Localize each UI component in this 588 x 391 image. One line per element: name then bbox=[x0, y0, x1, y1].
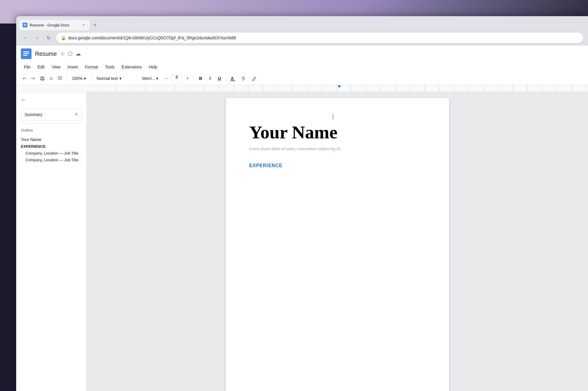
style-value: Normal text bbox=[97, 76, 118, 81]
separator-3 bbox=[137, 75, 137, 82]
active-tab[interactable]: Resume - Google Docs × bbox=[19, 20, 90, 30]
summary-add-button[interactable]: + bbox=[75, 111, 78, 118]
font-selector[interactable]: Merri... ▾ bbox=[140, 75, 161, 82]
svg-rect-10 bbox=[41, 79, 44, 80]
gdocs-title-bar: Resume ☆ ⬡ ☁ bbox=[16, 46, 588, 62]
doc-title[interactable]: Resume bbox=[35, 51, 57, 57]
menu-format[interactable]: Format bbox=[82, 63, 101, 71]
bold-button[interactable]: B bbox=[196, 74, 205, 83]
outline-label: Outline bbox=[21, 128, 82, 132]
highlight-button[interactable] bbox=[239, 74, 248, 83]
sidebar: ← Summary + Outline Your Name EXPERIENCE… bbox=[16, 92, 87, 391]
forward-button[interactable]: → bbox=[33, 34, 41, 42]
separator-2 bbox=[91, 75, 91, 82]
menu-view[interactable]: View bbox=[49, 63, 64, 71]
spelling-button[interactable]: A bbox=[48, 75, 54, 82]
font-arrow: ▾ bbox=[156, 76, 158, 81]
separator-5 bbox=[226, 75, 226, 82]
svg-line-12 bbox=[61, 77, 62, 78]
underline-button[interactable]: U bbox=[215, 74, 223, 83]
paint-format-button[interactable] bbox=[56, 75, 64, 82]
svg-rect-6 bbox=[23, 53, 29, 54]
separator-1 bbox=[67, 75, 67, 82]
star-icon[interactable]: ☆ bbox=[60, 51, 65, 57]
url-text: docs.google.com/document/d/1Q6-tJtK6KUyC… bbox=[68, 36, 579, 40]
address-bar[interactable]: 🔒 docs.google.com/document/d/1Q6-tJtK6KU… bbox=[56, 33, 583, 43]
tab-title: Resume - Google Docs bbox=[30, 23, 78, 27]
lock-icon: 🔒 bbox=[61, 36, 66, 40]
new-tab-button[interactable]: + bbox=[91, 21, 99, 29]
undo-button[interactable]: ↩ bbox=[21, 75, 28, 82]
svg-rect-15 bbox=[231, 80, 235, 81]
gdocs-header: Resume ☆ ⬡ ☁ File Edit View Insert Forma… bbox=[16, 46, 588, 92]
italic-button[interactable]: I bbox=[206, 74, 214, 83]
svg-rect-3 bbox=[24, 26, 26, 26]
summary-section[interactable]: Summary + bbox=[21, 108, 82, 121]
tab-favicon bbox=[23, 23, 27, 27]
print-icon bbox=[40, 76, 45, 81]
doc-page: Your Name Lorem ipsum dolor sit amet, co… bbox=[226, 98, 449, 391]
svg-rect-1 bbox=[24, 24, 26, 24]
paint-format-icon bbox=[57, 76, 63, 81]
zoom-arrow: ▾ bbox=[84, 76, 86, 81]
menu-help[interactable]: Help bbox=[146, 63, 160, 71]
menu-file[interactable]: File bbox=[21, 63, 34, 71]
style-selector[interactable]: Normal text ▾ bbox=[93, 75, 135, 82]
pen-button[interactable] bbox=[250, 75, 258, 82]
doc-subtitle: Lorem ipsum dolor sit amet, consectetuer… bbox=[249, 147, 426, 151]
menu-tools[interactable]: Tools bbox=[102, 63, 118, 71]
address-bar-row: ← → ↻ 🔒 docs.google.com/document/d/1Q6-t… bbox=[16, 30, 588, 46]
font-size-decrease-button[interactable]: − bbox=[162, 74, 170, 83]
outline-item-company-1[interactable]: Company, Location — Job Title bbox=[21, 150, 82, 157]
svg-line-13 bbox=[61, 78, 62, 80]
tab-bar: Resume - Google Docs × + bbox=[16, 16, 588, 30]
sidebar-back-button[interactable]: ← bbox=[21, 97, 82, 103]
svg-line-17 bbox=[252, 80, 253, 81]
print-button[interactable] bbox=[38, 75, 47, 82]
outline-item-company-2[interactable]: Company, Location — Job Title bbox=[21, 157, 82, 163]
text-color-icon: A bbox=[230, 75, 236, 81]
svg-rect-11 bbox=[58, 77, 60, 79]
svg-text:A: A bbox=[231, 76, 234, 81]
tab-close-button[interactable]: × bbox=[81, 22, 86, 28]
font-value: Merri... bbox=[142, 76, 155, 81]
title-icons: ☆ ⬡ ☁ bbox=[60, 51, 81, 57]
toolbar: ↩ ↪ A 100% ▾ bbox=[16, 72, 588, 85]
svg-rect-5 bbox=[23, 51, 29, 52]
sidebar-divider bbox=[21, 123, 82, 123]
style-arrow: ▾ bbox=[119, 76, 121, 81]
doc-area: Your Name Lorem ipsum dolor sit amet, co… bbox=[87, 92, 588, 391]
svg-rect-2 bbox=[24, 25, 26, 25]
menu-edit[interactable]: Edit bbox=[35, 63, 48, 71]
pen-icon bbox=[251, 76, 257, 81]
svg-rect-7 bbox=[23, 55, 27, 56]
chrome-ui: Resume - Google Docs × + ← → ↻ 🔒 doc bbox=[16, 16, 588, 46]
gdocs-logo bbox=[21, 48, 31, 59]
menu-insert[interactable]: Insert bbox=[65, 63, 81, 71]
ruler bbox=[16, 85, 588, 92]
text-color-button[interactable]: A bbox=[228, 74, 238, 83]
doc-cursor bbox=[333, 114, 333, 120]
zoom-selector[interactable]: 100% ▾ bbox=[69, 75, 88, 82]
back-button[interactable]: ← bbox=[21, 34, 29, 42]
doc-experience-heading: EXPERIENCE bbox=[249, 163, 426, 168]
browser-window: Resume - Google Docs × + ← → ↻ 🔒 doc bbox=[16, 16, 588, 391]
menu-bar: File Edit View Insert Format Tools Exten… bbox=[16, 62, 588, 72]
redo-button[interactable]: ↪ bbox=[29, 75, 37, 82]
save-to-drive-icon[interactable]: ⬡ bbox=[68, 51, 73, 57]
outline-item-your-name[interactable]: Your Name bbox=[21, 136, 82, 143]
ruler-marker bbox=[338, 85, 341, 88]
zoom-value: 100% bbox=[72, 76, 83, 81]
summary-label: Summary bbox=[25, 112, 42, 117]
svg-line-16 bbox=[243, 80, 244, 81]
font-size-input[interactable]: 6 bbox=[171, 74, 182, 83]
cloud-icon[interactable]: ☁ bbox=[76, 51, 81, 57]
outline-item-experience[interactable]: EXPERIENCE bbox=[21, 143, 82, 150]
highlight-icon bbox=[241, 75, 247, 81]
reload-button[interactable]: ↻ bbox=[44, 34, 53, 42]
doc-your-name: Your Name bbox=[249, 121, 426, 143]
main-area: ← Summary + Outline Your Name EXPERIENCE… bbox=[16, 92, 588, 391]
separator-4 bbox=[194, 75, 194, 82]
menu-extensions[interactable]: Extensions bbox=[119, 63, 145, 71]
font-size-increase-button[interactable]: + bbox=[183, 74, 191, 83]
